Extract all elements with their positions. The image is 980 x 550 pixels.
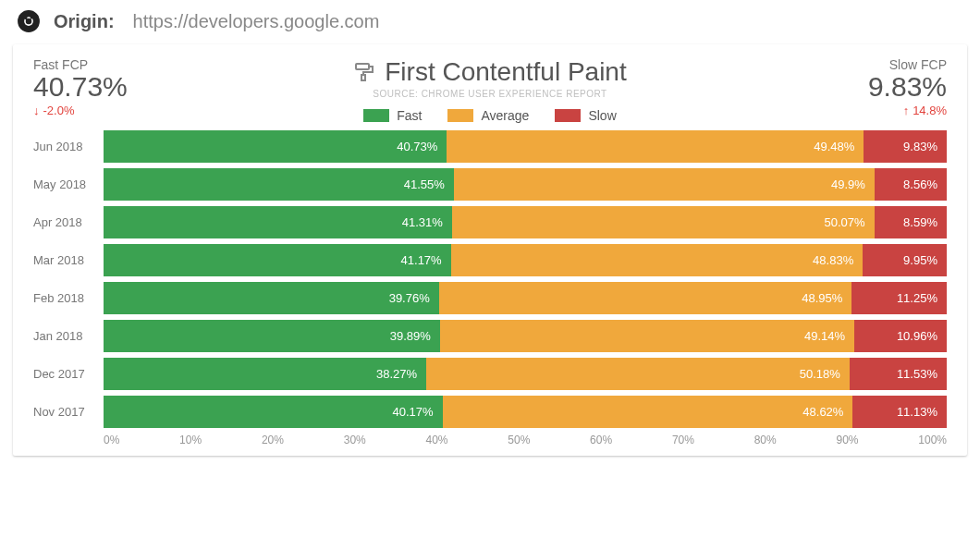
segment-slow: 10.96%: [854, 320, 947, 352]
segment-fast: 39.76%: [104, 282, 439, 314]
fcp-card: Fast FCP 40.73% ↓ -2.0% First Contentful…: [13, 44, 967, 456]
origin-url: https://developers.google.com: [133, 11, 380, 32]
axis-tick: 90%: [836, 434, 858, 446]
segment-average: 49.14%: [440, 320, 854, 352]
svg-rect-4: [361, 75, 365, 80]
axis-tick: 40%: [426, 434, 448, 446]
segment-fast: 41.17%: [104, 244, 451, 276]
stacked-bar: 41.55%49.9%8.56%: [104, 168, 947, 201]
kpi-slow: Slow FCP 9.83% ↑ 14.8%: [743, 57, 947, 117]
topbar: Origin: https://developers.google.com: [0, 0, 980, 44]
row-label: Dec 2017: [33, 358, 104, 390]
segment-slow: 11.25%: [851, 282, 947, 314]
swatch-slow: [555, 109, 581, 122]
origin-label: Origin:: [54, 11, 115, 32]
row-label: Jun 2018: [33, 130, 104, 163]
legend-slow: Slow: [555, 108, 616, 123]
chart-row: May 201841.55%49.9%8.56%: [33, 168, 947, 201]
segment-slow: 11.13%: [852, 396, 947, 428]
arrow-down-icon: ↓: [33, 104, 40, 117]
stacked-bar-chart: Jun 201840.73%49.48%9.83%May 201841.55%4…: [33, 130, 947, 428]
row-label: Mar 2018: [33, 244, 104, 276]
segment-fast: 38.27%: [104, 358, 426, 390]
axis-tick: 60%: [590, 434, 612, 446]
swatch-fast: [363, 109, 389, 122]
segment-fast: 41.31%: [104, 206, 452, 238]
segment-average: 49.48%: [447, 130, 864, 163]
row-label: Feb 2018: [33, 282, 104, 314]
paint-roller-icon: [353, 61, 375, 83]
chart-row: Jan 201839.89%49.14%10.96%: [33, 320, 947, 352]
chrome-icon: [17, 9, 41, 33]
axis-tick: 70%: [672, 434, 694, 446]
card-header: Fast FCP 40.73% ↓ -2.0% First Contentful…: [33, 57, 947, 123]
swatch-average: [447, 109, 473, 122]
axis-tick: 50%: [508, 434, 530, 446]
stacked-bar: 40.17%48.62%11.13%: [104, 396, 947, 428]
chart-row: Mar 201841.17%48.83%9.95%: [33, 244, 947, 276]
segment-average: 50.07%: [452, 206, 875, 238]
segment-slow: 8.56%: [875, 168, 947, 201]
x-axis: 0%10%20%30%40%50%60%70%80%90%100%: [33, 434, 947, 446]
row-label: Jan 2018: [33, 320, 104, 352]
kpi-slow-delta: ↑ 14.8%: [903, 104, 947, 117]
axis-tick: 80%: [754, 434, 777, 446]
segment-fast: 39.89%: [104, 320, 440, 352]
row-label: Apr 2018: [33, 206, 104, 238]
segment-slow: 9.95%: [863, 244, 947, 276]
kpi-slow-value: 9.83%: [868, 72, 947, 102]
svg-rect-3: [356, 64, 369, 69]
title-block: First Contentful Paint SOURCE: CHROME US…: [248, 57, 732, 123]
segment-slow: 11.53%: [850, 358, 947, 390]
stacked-bar: 41.31%50.07%8.59%: [104, 206, 947, 238]
segment-average: 48.83%: [451, 244, 864, 276]
axis-tick: 20%: [262, 434, 284, 446]
segment-average: 48.62%: [443, 396, 853, 428]
axis-tick: 10%: [179, 434, 202, 446]
segment-average: 50.18%: [426, 358, 850, 390]
segment-fast: 40.17%: [104, 396, 443, 428]
kpi-fast-label: Fast FCP: [33, 57, 237, 72]
kpi-slow-label: Slow FCP: [889, 57, 947, 72]
axis-tick: 30%: [344, 434, 366, 446]
segment-fast: 41.55%: [104, 168, 454, 201]
kpi-fast-delta: ↓ -2.0%: [33, 104, 237, 117]
stacked-bar: 39.76%48.95%11.25%: [104, 282, 947, 314]
chart-row: Nov 201740.17%48.62%11.13%: [33, 396, 947, 428]
stacked-bar: 38.27%50.18%11.53%: [104, 358, 947, 390]
kpi-fast: Fast FCP 40.73% ↓ -2.0%: [33, 57, 237, 117]
row-label: Nov 2017: [33, 396, 104, 428]
kpi-fast-value: 40.73%: [33, 72, 237, 102]
stacked-bar: 40.73%49.48%9.83%: [104, 130, 947, 163]
axis-ticks: 0%10%20%30%40%50%60%70%80%90%100%: [104, 434, 947, 446]
segment-average: 48.95%: [439, 282, 852, 314]
segment-average: 49.9%: [454, 168, 875, 201]
stacked-bar: 41.17%48.83%9.95%: [104, 244, 947, 276]
legend-average: Average: [447, 108, 529, 123]
legend: Fast Average Slow: [248, 108, 732, 123]
chart-subtitle: SOURCE: CHROME USER EXPERIENCE REPORT: [248, 89, 732, 99]
segment-fast: 40.73%: [104, 130, 447, 163]
segment-slow: 8.59%: [875, 206, 947, 238]
axis-tick: 100%: [918, 434, 947, 446]
axis-tick: 0%: [104, 434, 119, 446]
chart-row: Feb 201839.76%48.95%11.25%: [33, 282, 947, 314]
chart-row: Dec 201738.27%50.18%11.53%: [33, 358, 947, 390]
chart-title: First Contentful Paint: [385, 57, 626, 87]
stacked-bar: 39.89%49.14%10.96%: [104, 320, 947, 352]
arrow-up-icon: ↑: [903, 104, 910, 117]
row-label: May 2018: [33, 168, 104, 201]
chart-row: Apr 201841.31%50.07%8.59%: [33, 206, 947, 238]
segment-slow: 9.83%: [864, 130, 947, 163]
legend-fast: Fast: [363, 108, 422, 123]
chart-row: Jun 201840.73%49.48%9.83%: [33, 130, 947, 163]
